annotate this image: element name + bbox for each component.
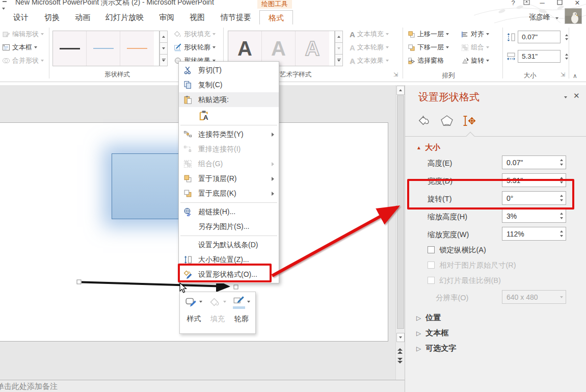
next-slide-button[interactable] — [397, 358, 403, 363]
gallery-more-button[interactable] — [159, 55, 168, 66]
shape-style-swatch[interactable] — [53, 31, 87, 66]
height-input[interactable]: 0.07" — [502, 155, 566, 169]
wordart-swatch[interactable]: A — [228, 31, 262, 66]
maximize-button[interactable] — [554, 0, 565, 7]
notes-area[interactable]: 单击此处添加备注 — [0, 380, 405, 392]
menu-separator — [179, 234, 279, 238]
expand-triangle-icon: ▷ — [416, 345, 421, 352]
shape-height-input[interactable]: 0.07" — [518, 31, 561, 43]
maximize-icon — [557, 0, 563, 5]
collapse-ribbon-button[interactable]: ∧ — [573, 72, 577, 80]
ribbon: 编辑形状 文本框 合并形状 形状填充 形状轮廓 — [0, 24, 586, 82]
text-outline-button[interactable]: A 文本轮廓 — [350, 43, 389, 52]
lock-aspect-ratio-checkbox[interactable] — [428, 246, 435, 253]
chevron-down-icon — [212, 46, 216, 48]
menu-item-cut[interactable]: 剪切(T) — [179, 63, 279, 77]
best-scale-checkbox — [428, 277, 435, 284]
letter-a-outline-icon: A — [350, 43, 355, 52]
title-bar: New Microsoft PowerPoint 演示文稿 (2) - Micr… — [0, 0, 586, 24]
tab-view[interactable]: 视图 — [182, 10, 212, 24]
gallery-scroll-up[interactable] — [335, 31, 343, 43]
wordart-swatch[interactable]: A — [262, 31, 296, 66]
close-button[interactable]: ✕ — [572, 0, 583, 7]
menu-item-send-to-back[interactable]: 置于底层(K) — [179, 186, 279, 201]
triangle-down-icon — [162, 60, 165, 62]
size-section-header[interactable]: ▲ 大小 — [416, 143, 440, 152]
pane-options-chevron[interactable] — [564, 96, 567, 98]
shape-fill-button[interactable]: 形状填充 — [174, 30, 216, 39]
chevron-down-icon — [247, 301, 250, 303]
gallery-scroll-up[interactable] — [159, 31, 168, 43]
powerpoint-window: New Microsoft PowerPoint 演示文稿 (2) - Micr… — [0, 0, 586, 392]
previous-slide-button[interactable] — [397, 348, 403, 354]
section-alt-text[interactable]: ▷ 可选文字 — [416, 344, 456, 353]
tab-storyboard[interactable]: 情节提要 — [212, 10, 259, 24]
minimize-button[interactable]: ─ — [537, 0, 548, 7]
menu-item-connector-types[interactable]: 连接符类型(Y) — [179, 127, 279, 142]
merge-shapes-button[interactable]: 合并形状 — [2, 56, 44, 65]
tab-review[interactable]: 审阅 — [151, 10, 182, 24]
height-spinner[interactable] — [565, 34, 568, 40]
size-dialog-launcher[interactable]: ⇲ — [561, 71, 565, 78]
relative-to-picture-checkbox — [428, 262, 435, 269]
gallery-more-button[interactable] — [335, 55, 343, 66]
tab-format[interactable]: 格式 — [259, 10, 293, 24]
wordart-swatch[interactable]: A — [296, 31, 329, 66]
section-textbox[interactable]: ▷ 文本框 — [416, 328, 448, 338]
spinner[interactable] — [560, 213, 563, 219]
text-box-button[interactable]: 文本框 — [2, 43, 37, 52]
gallery-scroll-down[interactable] — [159, 43, 168, 55]
tab-design[interactable]: 设计 — [5, 10, 37, 24]
mini-style-button[interactable]: 样式 — [182, 296, 205, 329]
ribbon-display-options-button[interactable] — [521, 0, 532, 7]
menu-item-save-as-picture[interactable]: 另存为图片(S)... — [179, 219, 279, 234]
menu-item-reroute-connectors: 重排连接符(I) — [179, 142, 279, 156]
send-backward-button[interactable]: 下移一层 — [408, 43, 449, 52]
mini-outline-button[interactable]: 轮廓 — [230, 296, 253, 329]
scroll-down-button[interactable] — [396, 333, 405, 342]
scale-width-input[interactable]: 112% — [502, 227, 566, 241]
triangle-up-icon — [337, 36, 340, 38]
gallery-scroll-down[interactable] — [335, 43, 343, 55]
menu-item-hyperlink[interactable]: 超链接(H)... — [179, 204, 279, 219]
align-button[interactable]: 对齐 — [461, 30, 489, 39]
edit-shape-icon — [2, 30, 10, 38]
menu-item-copy[interactable]: 复制(C) — [179, 77, 279, 92]
pane-close-button[interactable]: ✕ — [573, 91, 580, 100]
scroll-up-button[interactable] — [396, 86, 405, 95]
selection-pane-button[interactable]: 选择窗格 — [408, 56, 444, 65]
tab-slideshow[interactable]: 幻灯片放映 — [98, 10, 151, 24]
fill-line-tab-icon[interactable] — [417, 114, 432, 128]
menu-item-set-default-line[interactable]: 设置为默认线条(D) — [179, 238, 279, 252]
effects-tab-icon[interactable] — [440, 114, 454, 128]
section-position[interactable]: ▷ 位置 — [416, 313, 441, 323]
size-properties-tab-icon[interactable] — [462, 114, 476, 128]
bring-forward-button[interactable]: 上移一层 — [408, 30, 449, 39]
text-fill-button[interactable]: A 文本填充 — [350, 30, 389, 39]
shape-styles-gallery[interactable] — [52, 31, 159, 66]
spinner[interactable] — [560, 159, 563, 166]
text-effects-button[interactable]: A 文本效果 — [350, 56, 389, 65]
slide-vertical-scrollbar[interactable] — [395, 85, 405, 380]
submenu-arrow-icon — [272, 192, 274, 196]
tab-animations[interactable]: 动画 — [67, 10, 98, 24]
paste-option-keep-text-button[interactable]: A — [179, 107, 279, 123]
avatar[interactable] — [565, 8, 582, 24]
tab-transitions[interactable]: 切换 — [37, 10, 67, 24]
shape-outline-button[interactable]: 形状轮廓 — [174, 43, 216, 52]
edit-shape-button[interactable]: 编辑形状 — [2, 30, 44, 39]
shape-width-input[interactable]: 5.31" — [518, 50, 561, 63]
shape-style-swatch[interactable] — [120, 31, 154, 66]
shape-context-menu: 剪切(T) 复制(C) 粘贴选项: A 连接符类型(Y) 重排连接符(I) — [178, 61, 279, 283]
scale-height-input[interactable]: 3% — [502, 209, 566, 223]
scrollbar-thumb[interactable] — [397, 95, 404, 329]
width-spinner[interactable] — [565, 54, 568, 60]
user-account[interactable]: 张彦峰 — [529, 13, 558, 22]
group-button[interactable]: 组合 — [461, 43, 489, 52]
menu-item-bring-to-front[interactable]: 置于顶层(R) — [179, 171, 279, 186]
help-button[interactable]: ? — [508, 0, 519, 7]
wordart-dialog-launcher[interactable]: ⇲ — [393, 71, 398, 78]
shape-style-swatch[interactable] — [87, 31, 120, 66]
rotate-button[interactable]: 旋转 — [461, 56, 489, 65]
spinner[interactable] — [560, 230, 563, 237]
